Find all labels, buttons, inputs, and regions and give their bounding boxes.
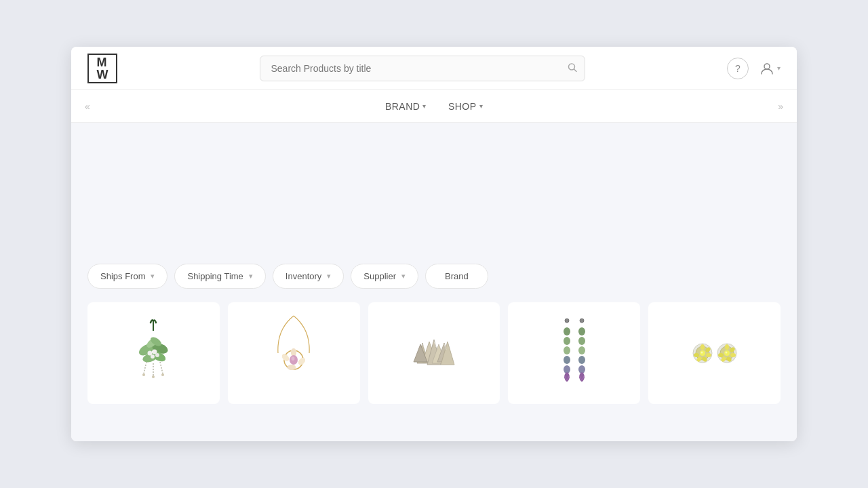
search-icon xyxy=(568,62,577,74)
svg-point-17 xyxy=(142,373,145,376)
supplier-chevron-icon: ▾ xyxy=(401,272,406,281)
svg-line-1 xyxy=(574,69,576,72)
logo[interactable]: M W xyxy=(87,54,117,83)
product-card[interactable] xyxy=(87,302,220,404)
shop-chevron-icon: ▾ xyxy=(479,102,484,110)
ships-from-chevron-icon: ▾ xyxy=(151,272,155,281)
product-image xyxy=(508,302,640,404)
main-content: Ships From ▾ Shipping Time ▾ Inventory ▾… xyxy=(71,123,797,441)
svg-point-19 xyxy=(161,373,164,376)
svg-point-65 xyxy=(725,344,729,350)
svg-point-41 xyxy=(565,319,569,323)
svg-point-72 xyxy=(725,352,727,354)
nav-shop[interactable]: SHOP ▾ xyxy=(448,101,483,112)
product-card[interactable] xyxy=(368,302,500,404)
logo-text-top: M xyxy=(97,56,108,68)
svg-point-43 xyxy=(564,337,570,345)
nav-brand[interactable]: BRAND ▾ xyxy=(385,101,427,112)
products-grid xyxy=(87,302,781,404)
svg-point-60 xyxy=(694,353,699,357)
svg-point-48 xyxy=(578,327,585,336)
svg-point-2 xyxy=(764,64,770,69)
svg-point-13 xyxy=(155,353,159,357)
product-card[interactable] xyxy=(648,302,781,404)
svg-point-67 xyxy=(730,353,736,357)
svg-point-12 xyxy=(151,354,155,359)
svg-point-62 xyxy=(701,352,703,354)
shipping-time-chevron-icon: ▾ xyxy=(249,272,253,281)
logo-text-bottom: W xyxy=(97,68,108,81)
svg-point-50 xyxy=(578,346,585,354)
ships-from-filter[interactable]: Ships From ▾ xyxy=(87,264,167,289)
filters-row: Ships From ▾ Shipping Time ▾ Inventory ▾… xyxy=(87,264,781,289)
help-button[interactable]: ? xyxy=(727,58,749,79)
svg-point-27 xyxy=(288,365,296,370)
brand-filter[interactable]: Brand xyxy=(425,264,488,289)
supplier-filter[interactable]: Supplier ▾ xyxy=(351,264,418,289)
svg-point-51 xyxy=(578,356,585,364)
banner-area xyxy=(87,139,781,247)
header: M W ? ▾ xyxy=(71,47,797,90)
header-actions: ? ▾ xyxy=(727,58,781,79)
user-dropdown-arrow: ▾ xyxy=(777,64,781,72)
product-image xyxy=(228,302,360,404)
svg-point-18 xyxy=(152,375,155,378)
navbar: « BRAND ▾ SHOP ▾ » xyxy=(71,90,797,123)
svg-line-14 xyxy=(144,362,146,373)
product-image xyxy=(87,302,220,404)
search-input[interactable] xyxy=(260,56,585,81)
product-image xyxy=(648,302,781,404)
svg-point-47 xyxy=(580,319,584,323)
svg-point-45 xyxy=(564,356,570,364)
product-image xyxy=(368,302,500,404)
product-card[interactable] xyxy=(228,302,360,404)
product-card[interactable] xyxy=(508,302,640,404)
svg-point-70 xyxy=(718,353,724,357)
inventory-chevron-icon: ▾ xyxy=(327,272,331,281)
svg-point-49 xyxy=(578,337,585,345)
brand-chevron-icon: ▾ xyxy=(422,102,427,110)
svg-point-42 xyxy=(564,327,570,336)
svg-point-30 xyxy=(292,357,295,361)
search-bar xyxy=(260,56,585,81)
nav-left-arrow[interactable]: « xyxy=(85,101,90,112)
inventory-filter[interactable]: Inventory ▾ xyxy=(273,264,344,289)
user-menu-button[interactable]: ▾ xyxy=(760,61,781,76)
svg-line-16 xyxy=(160,362,163,373)
shipping-time-filter[interactable]: Shipping Time ▾ xyxy=(174,264,265,289)
svg-point-57 xyxy=(706,353,711,357)
svg-point-44 xyxy=(564,346,570,354)
nav-links: BRAND ▾ SHOP ▾ xyxy=(385,101,483,112)
nav-right-arrow[interactable]: » xyxy=(778,101,783,112)
svg-point-55 xyxy=(701,344,705,350)
browser-window: M W ? ▾ xyxy=(71,47,797,441)
